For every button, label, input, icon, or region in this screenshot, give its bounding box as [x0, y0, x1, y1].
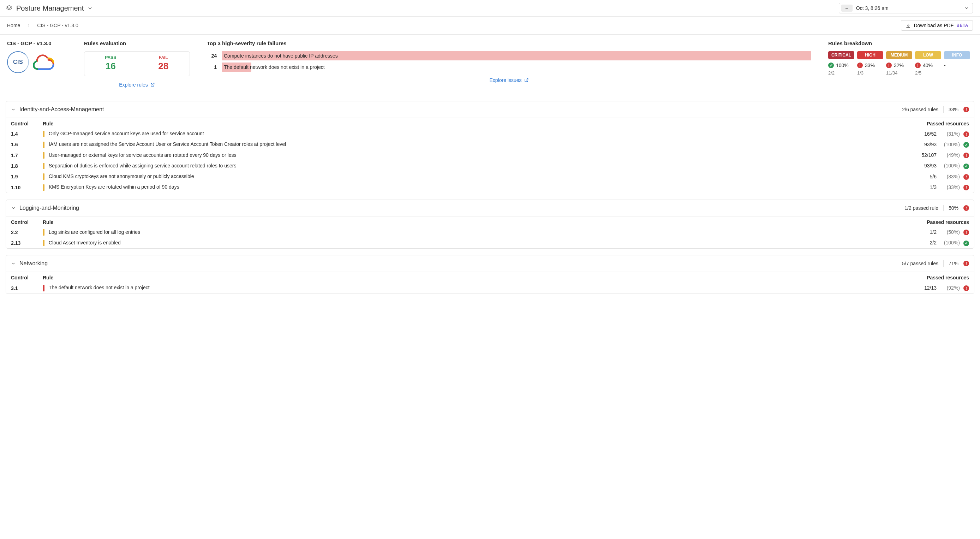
- passed-resources: 5/6(83%)!: [896, 171, 974, 182]
- rule-row[interactable]: 1.8 Separation of duties is enforced whi…: [6, 161, 974, 171]
- chevron-down-icon[interactable]: [87, 5, 93, 11]
- severity-bar-icon: [43, 163, 45, 169]
- rule-cell: KMS Encryption Keys are rotated within a…: [38, 182, 896, 193]
- top3-column: Top 3 high-severity rule failures 24 Com…: [207, 40, 811, 88]
- severity-pct: 33%: [865, 62, 875, 68]
- rule-row[interactable]: 3.1 The default network does not exist i…: [6, 282, 974, 293]
- severity-bar-icon: [43, 240, 45, 246]
- rule-cell: Log sinks are configured for all log ent…: [38, 227, 896, 238]
- framework-label: CIS - GCP - v1.3.0: [7, 40, 67, 46]
- stack-icon: [6, 5, 13, 12]
- top3-count: 24: [207, 53, 217, 59]
- chevron-right-icon: [27, 23, 31, 27]
- col-passed: Passed resources: [896, 216, 974, 227]
- section-header[interactable]: Logging-and-Monitoring 1/2 passed rule 5…: [6, 200, 974, 216]
- rule-cell: The default network does not exist in a …: [38, 282, 896, 293]
- rule-row[interactable]: 1.7 User-managed or external keys for se…: [6, 150, 974, 161]
- section-passed: 2/6 passed rules: [902, 107, 939, 112]
- download-pdf-button[interactable]: Download as PDF BETA: [901, 20, 973, 31]
- passed-resources: 93/93(100%)✓: [896, 161, 974, 171]
- severity-stat-high: !33% 1/3: [857, 62, 883, 76]
- section-pct: 33%: [948, 107, 958, 112]
- chevron-down-icon: [11, 107, 16, 112]
- severity-ratio: 2/5: [915, 70, 941, 76]
- check-icon: ✓: [828, 62, 834, 68]
- section-header[interactable]: Identity-and-Access-Management 2/6 passe…: [6, 101, 974, 118]
- alert-icon: !: [963, 285, 969, 291]
- google-cloud-logo: [32, 53, 57, 72]
- severity-badge-critical[interactable]: CRITICAL: [828, 51, 854, 59]
- page-title[interactable]: Posture Management: [16, 4, 84, 12]
- rule-row[interactable]: 2.13 Cloud Asset Inventory is enabled 2/…: [6, 238, 974, 248]
- severity-bar-icon: [43, 142, 45, 148]
- col-passed: Passed resources: [896, 272, 974, 283]
- eval-boxes: PASS 16 FAIL 28: [84, 51, 190, 76]
- control-id: 2.13: [6, 238, 38, 248]
- severity-bar-icon: [43, 131, 45, 137]
- section-summary: 5/7 passed rules 71% !: [902, 260, 969, 267]
- severity-stat-critical: ✓100% 2/2: [828, 62, 854, 76]
- col-rule: Rule: [38, 272, 896, 283]
- alert-icon: !: [857, 62, 863, 68]
- chevron-down-icon: [964, 6, 969, 11]
- rule-row[interactable]: 1.4 Only GCP-managed service account key…: [6, 129, 974, 139]
- col-control: Control: [6, 272, 38, 283]
- section-header[interactable]: Networking 5/7 passed rules 71% !: [6, 255, 974, 272]
- rule-cell: Only GCP-managed service account keys ar…: [38, 129, 896, 139]
- top3-heading: Top 3 high-severity rule failures: [207, 40, 811, 46]
- section-pct: 50%: [948, 205, 958, 211]
- section: Networking 5/7 passed rules 71% ! Contro…: [6, 255, 974, 293]
- breakdown-heading: Rules breakdown: [828, 40, 973, 46]
- rule-cell: Separation of duties is enforced while a…: [38, 161, 896, 171]
- section-title: Logging-and-Monitoring: [19, 205, 901, 211]
- alert-icon: !: [963, 107, 969, 112]
- severity-badge-info[interactable]: INFO: [944, 51, 970, 59]
- col-control: Control: [6, 216, 38, 227]
- summary-row: CIS - GCP - v1.3.0 CIS Rules evaluation …: [0, 35, 980, 95]
- alert-icon: !: [963, 230, 969, 235]
- passed-resources: 16/52(31%)!: [896, 129, 974, 139]
- rule-row[interactable]: 2.2 Log sinks are configured for all log…: [6, 227, 974, 238]
- severity-pct: 32%: [894, 62, 904, 68]
- passed-resources: 2/2(100%)✓: [896, 238, 974, 248]
- chevron-down-icon: [11, 206, 16, 210]
- explore-issues-link[interactable]: Explore issues: [489, 77, 528, 83]
- rule-row[interactable]: 1.10 KMS Encryption Keys are rotated wit…: [6, 182, 974, 193]
- control-id: 2.2: [6, 227, 38, 238]
- severity-pct: -: [944, 62, 946, 68]
- pass-count: 16: [84, 61, 137, 72]
- control-id: 1.9: [6, 171, 38, 182]
- topbar: Posture Management – Oct 3, 8:26 am: [0, 0, 980, 17]
- section-passed: 1/2 passed rule: [904, 205, 939, 211]
- severity-badge-low[interactable]: LOW: [915, 51, 941, 59]
- breakdown-column: Rules breakdown CRITICALHIGHMEDIUMLOWINF…: [828, 40, 973, 88]
- framework-column: CIS - GCP - v1.3.0 CIS: [7, 40, 67, 88]
- severity-badge-medium[interactable]: MEDIUM: [886, 51, 912, 59]
- alert-icon: !: [963, 261, 969, 266]
- rule-row[interactable]: 1.6 IAM users are not assigned the Servi…: [6, 139, 974, 150]
- col-rule: Rule: [38, 216, 896, 227]
- top3-row[interactable]: 24 Compute instances do not have public …: [207, 51, 811, 61]
- passed-resources: 1/2(50%)!: [896, 227, 974, 238]
- section-summary: 2/6 passed rules 33% !: [902, 106, 969, 113]
- pass-label: PASS: [84, 55, 137, 60]
- alert-icon: !: [963, 174, 969, 180]
- severity-bar-icon: [43, 174, 45, 180]
- top3-row[interactable]: 1 The default network does not exist in …: [207, 62, 811, 72]
- control-id: 1.8: [6, 161, 38, 171]
- timeframe-selector[interactable]: – Oct 3, 8:26 am: [839, 3, 973, 13]
- severity-badge-high[interactable]: HIGH: [857, 51, 883, 59]
- severity-ratio: 11/34: [886, 70, 912, 76]
- rule-cell: Cloud KMS cryptokeys are not anonymously…: [38, 171, 896, 182]
- rules-table: Control Rule Passed resources 2.2 Log si…: [6, 216, 974, 249]
- control-id: 1.7: [6, 150, 38, 161]
- chevron-down-icon: [11, 261, 16, 266]
- rule-row[interactable]: 1.9 Cloud KMS cryptokeys are not anonymo…: [6, 171, 974, 182]
- explore-rules-link[interactable]: Explore rules: [119, 82, 155, 88]
- breadcrumb-home[interactable]: Home: [7, 22, 20, 28]
- top3-bar: The default network does not exist in a …: [222, 62, 811, 72]
- breadcrumb-row: Home CIS - GCP - v1.3.0 Download as PDF …: [0, 17, 980, 35]
- alert-icon: !: [963, 153, 969, 158]
- severity-stat-medium: !32% 11/34: [886, 62, 912, 76]
- control-id: 1.6: [6, 139, 38, 150]
